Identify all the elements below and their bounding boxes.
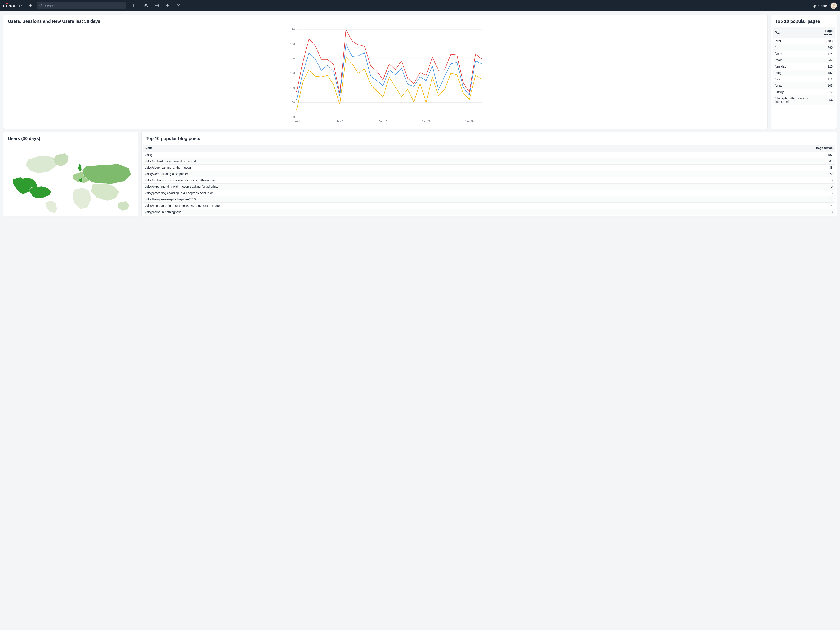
- svg-rect-6: [167, 6, 168, 8]
- table-row[interactable]: /blog/deep-learning-at-the-museum38: [143, 164, 835, 171]
- table-row[interactable]: /sanity72: [773, 89, 835, 95]
- cell-path: /: [773, 44, 816, 51]
- search-input[interactable]: [37, 2, 126, 9]
- table-row[interactable]: /oma105: [773, 82, 835, 89]
- svg-text:100: 100: [290, 86, 295, 90]
- svg-rect-7: [169, 6, 169, 8]
- cell-views: 38: [692, 164, 835, 171]
- cell-views: 3,783: [816, 38, 835, 44]
- cell-path: /blog: [143, 152, 692, 158]
- cell-views: 225: [816, 63, 835, 70]
- logo[interactable]: BENGLER: [3, 4, 22, 8]
- cell-views: 3: [692, 209, 835, 215]
- cell-path: /blog/practicing-chording-in-40-degrees-…: [143, 190, 692, 196]
- svg-text:80: 80: [292, 101, 295, 104]
- top-blogs-title: Top 10 popular blog posts: [142, 132, 837, 143]
- col-views: Page views: [816, 27, 835, 38]
- cell-path: /blog/grbl-now-has-a-new-arduino-shield-…: [143, 177, 692, 183]
- table-row[interactable]: /blog/grbl-now-has-a-new-arduino-shield-…: [143, 177, 835, 183]
- sessions-line-chart: 6080100120140160180Jan 1Jan 8Jan 15Jan 2…: [8, 27, 763, 123]
- cell-views: 64: [816, 95, 835, 105]
- svg-text:120: 120: [290, 71, 295, 75]
- plus-icon: [28, 4, 32, 8]
- cell-path: /oma: [773, 82, 816, 89]
- top-pages-title: Top 10 popular pages: [771, 15, 837, 25]
- cell-path: /blog/you-can-train-neural-networks-to-g…: [143, 202, 692, 209]
- col-path: Path: [143, 145, 692, 152]
- table-row[interactable]: /blog/practicing-chording-in-40-degrees-…: [143, 190, 835, 196]
- cell-views: 64: [692, 158, 835, 164]
- svg-rect-4: [167, 4, 168, 5]
- cell-views: 18: [692, 177, 835, 183]
- cell-views: 474: [816, 51, 835, 57]
- svg-text:140: 140: [290, 57, 295, 60]
- new-button[interactable]: [28, 3, 33, 8]
- search-wrap: [37, 2, 126, 9]
- table-row[interactable]: /grbl3,783: [773, 38, 835, 44]
- table-row[interactable]: /blog/you-can-train-neural-networks-to-g…: [143, 202, 835, 209]
- svg-point-9: [832, 4, 835, 6]
- header-view-icons: [133, 3, 180, 8]
- table-row[interactable]: /blog187: [773, 70, 835, 76]
- table-row[interactable]: /work474: [773, 51, 835, 57]
- table-row[interactable]: /780: [773, 44, 835, 51]
- cell-path: /blog/were-building-a-3d-printer: [143, 171, 692, 177]
- table-row[interactable]: /team247: [773, 57, 835, 63]
- svg-text:160: 160: [290, 43, 295, 46]
- col-path: Path: [773, 27, 816, 38]
- cell-path: /terrafab: [773, 63, 816, 70]
- cell-path: /team: [773, 57, 816, 63]
- table-row[interactable]: /norx111: [773, 76, 835, 82]
- eye-icon[interactable]: [144, 3, 148, 8]
- cell-views: 72: [816, 89, 835, 95]
- svg-text:Jan 1: Jan 1: [293, 120, 300, 123]
- table-row[interactable]: /blog/experimenting-with-motion-tracking…: [143, 183, 835, 190]
- cell-views: 111: [816, 76, 835, 82]
- table-row[interactable]: /blog/grbl-with-permissive-license-mit64: [773, 95, 835, 105]
- table-row[interactable]: /blog/being-in-nothingness3: [143, 209, 835, 215]
- cell-views: 187: [692, 152, 835, 158]
- table-row[interactable]: /blog/grbl-with-permissive-license-mit64: [143, 158, 835, 164]
- columns-icon[interactable]: [133, 3, 137, 8]
- cell-views: 4: [692, 202, 835, 209]
- grid-icon[interactable]: [155, 3, 159, 8]
- cell-path: /blog/being-in-nothingness: [143, 209, 692, 215]
- svg-rect-1: [134, 4, 137, 7]
- cell-views: 247: [816, 57, 835, 63]
- table-row[interactable]: /terrafab225: [773, 63, 835, 70]
- table-row[interactable]: /blog187: [143, 152, 835, 158]
- svg-text:Jan 15: Jan 15: [379, 120, 387, 123]
- cell-path: /grbl: [773, 38, 816, 44]
- table-row[interactable]: /blog/bengler-wins-jacobs-prize-20164: [143, 196, 835, 202]
- cell-path: /sanity: [773, 89, 816, 95]
- top-blogs-card: Top 10 popular blog posts Path Page view…: [142, 132, 837, 216]
- cell-views: 187: [816, 70, 835, 76]
- cell-views: 22: [692, 171, 835, 177]
- users-map-card: Users (30 days): [3, 132, 138, 216]
- cell-path: /blog/experimenting-with-motion-tracking…: [143, 183, 692, 190]
- top-pages-table: Path Page views /grbl3,783/780/work474/t…: [773, 27, 835, 105]
- cell-path: /blog/bengler-wins-jacobs-prize-2016: [143, 196, 692, 202]
- table-row[interactable]: /blog/were-building-a-3d-printer22: [143, 171, 835, 177]
- user-avatar[interactable]: [831, 2, 837, 9]
- col-views: Page views: [692, 145, 835, 152]
- svg-text:180: 180: [290, 28, 295, 31]
- top-blogs-table: Path Page views /blog187/blog/grbl-with-…: [143, 145, 835, 215]
- svg-text:Jan 22: Jan 22: [422, 120, 431, 123]
- cell-path: /norx: [773, 76, 816, 82]
- svg-text:60: 60: [292, 115, 295, 118]
- cell-path: /blog/grbl-with-permissive-license-mit: [773, 95, 816, 105]
- svg-rect-5: [166, 6, 167, 8]
- world-map: [6, 145, 136, 213]
- sessions-chart-card: Users, Sessions and New Users last 30 da…: [3, 15, 767, 129]
- cell-views: 9: [692, 183, 835, 190]
- sync-status: Up to date: [812, 4, 827, 8]
- package-icon[interactable]: [176, 3, 180, 8]
- search-icon: [39, 4, 43, 8]
- cell-views: 780: [816, 44, 835, 51]
- cell-path: /blog/deep-learning-at-the-museum: [143, 164, 692, 171]
- sitemap-icon[interactable]: [165, 3, 170, 8]
- cell-views: 105: [816, 82, 835, 89]
- users-map-title: Users (30 days): [3, 132, 138, 143]
- svg-text:Jan 29: Jan 29: [465, 120, 474, 123]
